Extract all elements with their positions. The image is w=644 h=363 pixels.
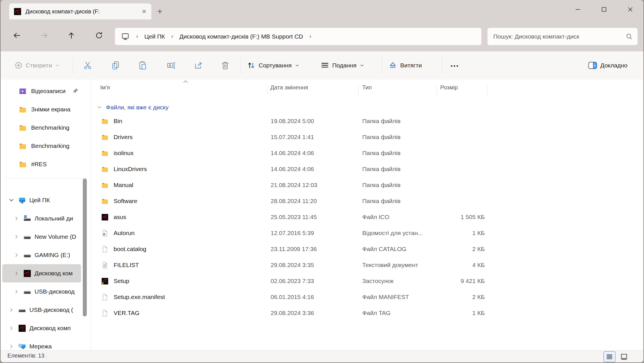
- search-input[interactable]: [493, 33, 623, 40]
- table-row[interactable]: Manual21.08.2024 12:03Папка файлів: [91, 177, 643, 193]
- chevron-right-icon[interactable]: [13, 270, 20, 277]
- table-row[interactable]: Autorun12.07.2016 5:39Відомості для уста…: [91, 225, 643, 241]
- view-button[interactable]: Подання: [320, 51, 365, 79]
- close-button[interactable]: [617, 0, 643, 19]
- file-name-cell[interactable]: Software: [91, 198, 267, 205]
- sidebar-tree-item[interactable]: Цей ПК: [2, 191, 81, 209]
- sidebar-tree-item[interactable]: New Volume (D: [2, 228, 81, 246]
- table-row[interactable]: Setup.exe.manifest06.01.2015 4:16Файл MA…: [91, 289, 643, 305]
- file-name-cell[interactable]: Setup: [91, 278, 267, 285]
- folder-icon: [101, 150, 108, 157]
- file-type: Папка файлів: [358, 198, 437, 204]
- details-view-button[interactable]: [603, 351, 615, 362]
- file-group-label[interactable]: Файли, які вже є диску: [106, 104, 169, 111]
- sort-ascending-caret-icon: [183, 80, 188, 83]
- file-group-header[interactable]: Файли, які вже є диску: [91, 102, 169, 113]
- copy-button[interactable]: [108, 58, 123, 73]
- sidebar-pinned-item[interactable]: Відеозаписи: [2, 82, 81, 100]
- table-row[interactable]: LinuxDrivers14.06.2024 4:06Папка файлів: [91, 161, 643, 177]
- sidebar-scrollbar-thumb[interactable]: [83, 179, 87, 316]
- file-name-cell[interactable]: boot.catalog: [91, 246, 267, 253]
- column-header-type[interactable]: Тип: [362, 84, 372, 91]
- maximize-button[interactable]: [591, 0, 617, 19]
- sidebar-pinned-item[interactable]: Знімки екрана: [2, 100, 81, 119]
- file-name-cell[interactable]: VER.TAG: [91, 310, 267, 317]
- forward-button[interactable]: [38, 29, 51, 42]
- delete-button[interactable]: [218, 58, 232, 73]
- file-name-cell[interactable]: isolinux: [91, 150, 267, 157]
- chevron-down-icon[interactable]: [97, 105, 102, 110]
- column-separator[interactable]: [267, 85, 267, 95]
- file-name-cell[interactable]: LinuxDrivers: [91, 166, 267, 173]
- details-pane-button[interactable]: Докладно: [588, 51, 627, 79]
- chevron-right-icon[interactable]: [13, 252, 20, 258]
- explorer-tab[interactable]: Дисковод компакт-дисків (F:: [9, 3, 151, 19]
- sidebar-tree-item[interactable]: USB-дисковод: [2, 282, 81, 301]
- chevron-right-icon[interactable]: [8, 343, 15, 350]
- breadcrumb-chevron: ›: [134, 33, 140, 39]
- minimize-button[interactable]: [565, 0, 591, 19]
- chevron-right-icon[interactable]: [13, 233, 20, 240]
- file-name: Bin: [114, 118, 122, 125]
- paste-button[interactable]: [136, 58, 150, 73]
- items-count: Елементів: 13: [7, 352, 45, 359]
- table-row[interactable]: isolinux14.06.2024 4:06Папка файлів: [91, 145, 643, 161]
- file-name-cell[interactable]: Bin: [91, 118, 267, 125]
- sidebar-tree-item[interactable]: GAMING (E:): [2, 246, 81, 264]
- up-button[interactable]: [65, 29, 78, 42]
- table-row[interactable]: FILELIST29.08.2024 3:35Текстовий докумен…: [91, 257, 643, 273]
- sidebar-tree-item[interactable]: Локальний ди: [2, 209, 81, 228]
- new-button[interactable]: Створити: [14, 51, 60, 79]
- sidebar-tree-item[interactable]: Дисковод ком: [2, 264, 81, 282]
- new-tab-button[interactable]: [154, 6, 166, 17]
- sidebar-pinned-item[interactable]: Benchmarking: [2, 119, 81, 137]
- table-row[interactable]: VER.TAG29.08.2024 3:36Файл TAG1 КБ: [91, 305, 643, 321]
- tab-close-icon[interactable]: [140, 7, 148, 16]
- back-button[interactable]: [11, 29, 23, 42]
- more-options-button[interactable]: [447, 59, 462, 73]
- file-explorer-window: Дисковод компакт-дисків (F:: [1, 0, 643, 362]
- column-separator[interactable]: [437, 85, 437, 95]
- rename-button[interactable]: [164, 58, 178, 73]
- refresh-button[interactable]: [93, 29, 105, 42]
- file-name-cell[interactable]: Setup.exe.manifest: [91, 294, 267, 301]
- sidebar-tree-item[interactable]: USB-дисковод (: [2, 301, 81, 319]
- search-box[interactable]: [487, 28, 638, 45]
- file-name-cell[interactable]: Manual: [91, 182, 267, 189]
- sidebar-tree-item[interactable]: Дисковод комп: [2, 319, 81, 337]
- file-type: Папка файлів: [358, 166, 437, 173]
- table-row[interactable]: boot.catalog23.11.2009 17:36Файл CATALOG…: [91, 241, 643, 257]
- table-row[interactable]: asus25.05.2023 11:45Файл ICO1 505 КБ: [91, 209, 643, 225]
- sidebar-pinned-item[interactable]: Benchmarking: [2, 137, 81, 155]
- sidebar-tree-item[interactable]: Мережа: [2, 337, 81, 351]
- chevron-right-icon[interactable]: [8, 325, 15, 332]
- large-icons-view-button[interactable]: [618, 352, 630, 362]
- share-button[interactable]: [191, 58, 206, 73]
- column-header-size[interactable]: Розмір: [440, 84, 458, 91]
- file-name-cell[interactable]: Drivers: [91, 134, 267, 141]
- file-name-cell[interactable]: Autorun: [91, 230, 267, 237]
- sort-button[interactable]: Сортування: [247, 51, 300, 79]
- chevron-down-icon[interactable]: [8, 197, 15, 204]
- file-name-cell[interactable]: FILELIST: [91, 262, 267, 269]
- table-row[interactable]: Bin19.08.2024 5:00Папка файлів: [91, 113, 643, 129]
- table-row[interactable]: Setup02.06.2023 7:33Застосунок9 421 КБ: [91, 273, 643, 289]
- sidebar-pinned-item[interactable]: #RES: [2, 155, 81, 173]
- breadcrumb-chevron[interactable]: ›: [307, 33, 314, 39]
- column-separator[interactable]: [358, 85, 359, 95]
- chevron-right-icon[interactable]: [8, 306, 15, 313]
- cut-button[interactable]: [80, 58, 95, 73]
- column-header-name[interactable]: Ім'я: [100, 84, 110, 91]
- eject-button[interactable]: Витягти: [388, 51, 422, 79]
- column-separator[interactable]: [487, 85, 487, 95]
- breadcrumb-this-pc[interactable]: Цей ПК: [142, 32, 168, 41]
- chevron-right-icon[interactable]: [13, 288, 20, 295]
- column-header-date[interactable]: Дата змінення: [270, 84, 308, 91]
- address-bar[interactable]: › Цей ПК › Дисковод компакт-дисків (F:) …: [115, 28, 482, 45]
- file-name: Manual: [114, 182, 133, 188]
- table-row[interactable]: Software28.08.2024 11:20Папка файлів: [91, 193, 643, 209]
- table-row[interactable]: Drivers15.07.2024 1:41Папка файлів: [91, 129, 643, 145]
- file-name-cell[interactable]: asus: [91, 214, 267, 221]
- breadcrumb-current-folder[interactable]: Дисковод компакт-дисків (F:) MB Support …: [176, 32, 306, 41]
- chevron-right-icon[interactable]: [13, 215, 20, 222]
